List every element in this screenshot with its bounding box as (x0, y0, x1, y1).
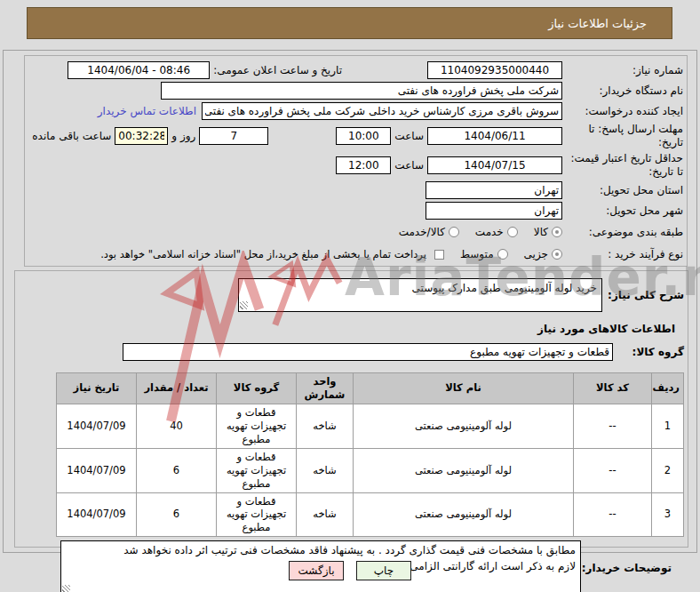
goods-info-group: شرح کلی نیاز: خرید لوله آلومینیومی طبق م… (14, 270, 688, 548)
row-buyer-org: نام دستگاه خریدار: (28, 81, 683, 100)
column-header: کد کالا (574, 373, 652, 404)
radio-medium-label: متوسط (460, 248, 494, 260)
creator-field[interactable] (202, 102, 562, 120)
table-row: 3--لوله آلومینیومی صنعتیشاخهقطعات و تجهی… (57, 492, 684, 537)
goods-table-body: 1--لوله آلومینیومی صنعتیشاخهقطعات و تجهی… (57, 404, 684, 536)
reply-deadline-label: مهلت ارسال پاسخ: تا تاریخ: (562, 123, 683, 149)
row-need-description: شرح کلی نیاز: خرید لوله آلومینیومی طبق م… (19, 278, 684, 312)
province-label: استان محل تحویل: (562, 184, 683, 197)
reply-deadline-date-field[interactable] (427, 127, 562, 145)
row-province: استان محل تحویل: (28, 180, 683, 200)
goods-section-header: اطلاعات کالاهای مورد نیاز (19, 323, 684, 335)
goods-group-label: گروه کالا: (613, 346, 684, 358)
radio-service-label: خدمت (475, 226, 504, 238)
reply-deadline-time-field[interactable] (336, 127, 391, 145)
row-price-validity: حداقل تاریخ اعتبار قیمت: تا تاریخ: ساعت (28, 151, 683, 180)
buyer-org-field[interactable] (161, 82, 562, 100)
countdown-timer-field[interactable] (115, 127, 168, 145)
column-header: تعداد / مقدار (137, 373, 217, 404)
radio-goods-label: کالا (534, 226, 548, 238)
process-type-label: نوع فرآیند خرید : (562, 248, 683, 261)
print-button[interactable]: چاپ (356, 561, 411, 580)
need-details-page: جزئیات اطلاعات نیاز شماره نیاز: تاریخ و … (0, 0, 700, 592)
back-button[interactable]: بازگشت (289, 561, 344, 580)
column-header: واحد شمارش (297, 373, 354, 404)
price-validity-label: حداقل تاریخ اعتبار قیمت: تا تاریخ: (562, 152, 683, 179)
subject-class-label: طبقه بندی موضوعی: (562, 226, 683, 239)
need-number-label: شماره نیاز: (562, 64, 683, 77)
row-need-number: شماره نیاز: تاریخ و ساعت اعلان عمومی: (28, 60, 683, 80)
days-label: روز و (171, 130, 195, 142)
radio-partial[interactable] (552, 249, 562, 260)
row-creator: ایجاد کننده درخواست: اطلاعات تماس خریدار (28, 101, 683, 121)
radio-medium[interactable] (497, 249, 508, 260)
table-row: 1--لوله آلومینیومی صنعتیشاخهقطعات و تجهی… (57, 404, 684, 448)
need-number-field[interactable] (427, 61, 562, 79)
radio-partial-label: جزیی (524, 248, 548, 260)
column-header: ردیف (652, 373, 684, 404)
treasury-payment-label: پرداخت تمام یا بخشی از مبلغ خرید،از محل … (100, 248, 426, 260)
row-goods-group: گروه کالا: (19, 342, 684, 362)
price-validity-date-field[interactable] (427, 156, 562, 174)
city-field[interactable] (426, 202, 562, 220)
need-description-label: شرح کلی نیاز: (602, 289, 684, 301)
column-header: تاریخ نیاز (57, 373, 137, 404)
price-validity-time-field[interactable] (336, 156, 391, 174)
radio-goods-service-label: کالا/خدمت (399, 226, 445, 238)
need-info-group: شماره نیاز: تاریخ و ساعت اعلان عمومی: نا… (24, 55, 688, 267)
announce-label: تاریخ و ساعت اعلان عمومی: (213, 64, 342, 76)
hours-remaining-label: ساعت باقی مانده (32, 130, 111, 142)
page-title-bar: جزئیات اطلاعات نیاز (27, 7, 672, 39)
reply-hour-label: ساعت (394, 130, 424, 142)
goods-table-head-row: ردیفکد کالانام کالاواحد شمارشگروه کالاتع… (57, 373, 684, 404)
goods-table: ردیفکد کالانام کالاواحد شمارشگروه کالاتع… (56, 372, 684, 537)
treasury-payment-checkbox[interactable] (434, 250, 444, 260)
row-city: شهر محل تحویل: (28, 201, 683, 220)
radio-service[interactable] (507, 227, 518, 237)
goods-group-field[interactable] (123, 343, 613, 361)
buyer-contact-link[interactable]: اطلاعات تماس خریدار (98, 105, 196, 117)
city-label: شهر محل تحویل: (562, 204, 683, 218)
need-description-textarea[interactable]: خرید لوله آلومینیومی طبق مدارک پیوستی (238, 278, 602, 312)
creator-label: ایجاد کننده درخواست: (562, 105, 683, 118)
price-validity-hour-label: ساعت (394, 159, 424, 172)
announce-datetime-field[interactable] (68, 61, 210, 79)
row-reply-deadline: مهلت ارسال پاسخ: تا تاریخ: ساعت روز و سا… (28, 122, 683, 150)
need-description-wrap: خرید لوله آلومینیومی طبق مدارک پیوستی (238, 278, 602, 312)
radio-goods-service[interactable] (449, 227, 459, 237)
radio-goods[interactable] (552, 227, 562, 237)
row-subject-class: طبقه بندی موضوعی: کالا خدمت کالا/خدمت (28, 221, 683, 243)
column-header: نام کالا (354, 373, 574, 404)
row-process-type: نوع فرآیند خرید : جزیی متوسط پرداخت تمام… (28, 244, 683, 265)
page-title: جزئیات اطلاعات نیاز (548, 17, 647, 30)
days-remaining-field[interactable] (199, 127, 268, 145)
action-buttons: چاپ بازگشت (0, 561, 700, 580)
buyer-org-label: نام دستگاه خریدار: (562, 84, 683, 98)
content-frame: شماره نیاز: تاریخ و ساعت اعلان عمومی: نا… (3, 50, 697, 553)
column-header: گروه کالا (217, 373, 297, 404)
province-field[interactable] (426, 181, 562, 199)
table-row: 2--لوله آلومینیومی صنعتیشاخهقطعات و تجهی… (57, 448, 684, 492)
